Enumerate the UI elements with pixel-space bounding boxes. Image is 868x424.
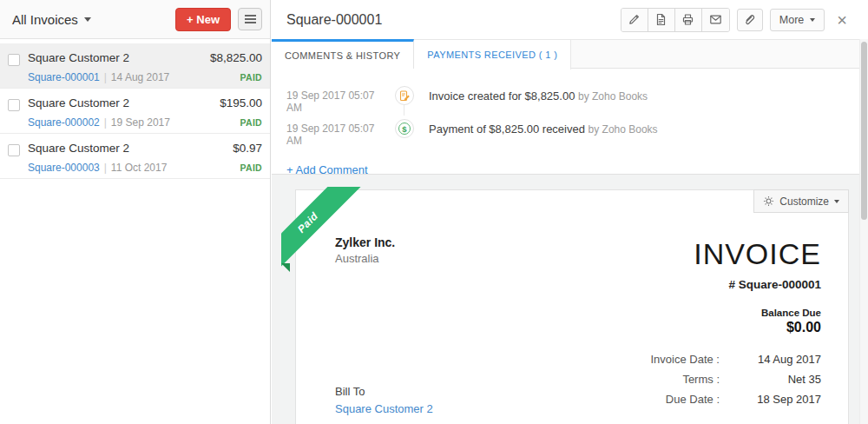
invoice-date-row: Invoice Date : 14 Aug 2017 [620, 353, 821, 366]
list-menu-button[interactable] [238, 8, 262, 30]
hamburger-icon [245, 15, 256, 17]
field-value: Net 35 [720, 373, 821, 386]
invoice-date: 14 Aug 2017 [111, 71, 169, 83]
status-badge: PAID [240, 117, 262, 128]
detail-header: Square-000001 More [272, 0, 859, 39]
history-entry-payment: 19 Sep 2017 05:07 AM $ Payment of $8,825… [286, 119, 845, 147]
field-label: Terms : [620, 373, 720, 386]
invoice-row-3[interactable]: Square Customer 2 $0.97 Square-000003|11… [0, 134, 270, 179]
field-label: Invoice Date : [620, 353, 720, 366]
status-badge: PAID [240, 72, 262, 83]
action-button-group [621, 8, 730, 32]
history-byline: by Zoho Books [578, 90, 648, 103]
invoice-list: Square Customer 2 $8,825.00 Square-00000… [0, 39, 270, 179]
history-timestamp: 19 Sep 2017 05:07 AM [286, 119, 389, 147]
separator: | [104, 162, 107, 174]
paperclip-icon [743, 13, 756, 26]
history-text: Payment of $8,825.00 received by Zoho Bo… [429, 119, 658, 136]
company-name: Zylker Inc. [335, 235, 395, 249]
balance-due-label: Balance Due [761, 308, 821, 318]
invoice-detail-panel: Square-000001 More [272, 0, 859, 424]
customer-name: Square Customer 2 [28, 142, 129, 155]
vertical-scrollbar[interactable] [859, 39, 868, 424]
invoice-filter-label: All Invoices [12, 12, 78, 27]
invoice-number-link[interactable]: Square-000002 [28, 116, 100, 129]
ribbon-fold [281, 263, 290, 272]
invoice-list-header: All Invoices + New [0, 0, 270, 39]
invoice-list-panel: All Invoices + New Square Customer 2 $8,… [0, 0, 271, 424]
row-checkbox[interactable] [8, 54, 20, 66]
chevron-down-icon [834, 200, 839, 203]
separator: | [104, 116, 107, 129]
invoice-doc-number: # Square-000001 [728, 278, 821, 291]
email-button[interactable] [702, 9, 729, 31]
invoice-number-link[interactable]: Square-000003 [28, 162, 100, 174]
print-button[interactable] [675, 9, 702, 31]
invoice-created-icon [395, 86, 414, 105]
close-icon[interactable]: × [832, 11, 852, 29]
invoice-preview-backdrop: Paid Customize Zylker Inc. Australia INV… [272, 174, 859, 424]
invoice-number-link[interactable]: Square-000001 [28, 71, 100, 83]
invoice-amount: $0.97 [233, 142, 262, 155]
printer-icon [681, 13, 694, 26]
invoice-meta-fields: Invoice Date : 14 Aug 2017 Terms : Net 3… [620, 353, 821, 413]
invoice-date: 19 Sep 2017 [111, 116, 170, 129]
detail-tab-bar: COMMENTS & HISTORY PAYMENTS RECEIVED ( 1… [272, 39, 859, 69]
payment-received-icon: $ [395, 119, 414, 138]
field-value: 14 Aug 2017 [720, 353, 821, 366]
timeline-connector [404, 105, 404, 116]
bill-to-customer-link[interactable]: Square Customer 2 [335, 402, 433, 415]
customize-button[interactable]: Customize [753, 189, 849, 213]
invoice-amount: $8,825.00 [210, 51, 262, 64]
more-button[interactable]: More [770, 9, 825, 31]
page-title: Square-000001 [286, 12, 382, 28]
invoice-row-1[interactable]: Square Customer 2 $8,825.00 Square-00000… [0, 43, 270, 89]
scrollbar-thumb[interactable] [861, 42, 867, 220]
comments-history-section: 19 Sep 2017 05:07 AM Invoice created for… [272, 69, 859, 174]
gear-icon [763, 195, 774, 207]
due-date-row: Due Date : 18 Sep 2017 [620, 393, 821, 406]
status-badge: PAID [240, 162, 262, 173]
field-value: 18 Sep 2017 [720, 393, 821, 406]
history-entry-created: 19 Sep 2017 05:07 AM Invoice created for… [286, 86, 845, 114]
attachment-button[interactable] [737, 9, 763, 31]
customer-name: Square Customer 2 [28, 51, 129, 64]
company-country: Australia [335, 252, 379, 265]
edit-button[interactable] [621, 9, 648, 31]
invoice-row-2[interactable]: Square Customer 2 $195.00 Square-000002|… [0, 89, 270, 134]
pdf-button[interactable] [648, 9, 675, 31]
detail-toolbar: More × [621, 8, 852, 32]
customer-name: Square Customer 2 [28, 96, 129, 109]
pencil-icon [628, 13, 641, 26]
bill-to-label: Bill To [335, 385, 365, 398]
row-checkbox[interactable] [8, 144, 20, 156]
history-text: Invoice created for $8,825.00 by Zoho Bo… [429, 86, 648, 103]
chevron-down-icon [810, 18, 815, 22]
dollar-icon: $ [398, 123, 411, 135]
invoice-document: Paid Customize Zylker Inc. Australia INV… [295, 189, 849, 424]
row-checkbox[interactable] [8, 99, 20, 111]
envelope-icon [709, 13, 722, 26]
new-invoice-button[interactable]: + New [175, 8, 231, 31]
balance-due-value: $0.00 [786, 320, 821, 335]
field-label: Due Date : [620, 393, 720, 406]
history-byline: by Zoho Books [589, 123, 658, 136]
document-icon [654, 13, 667, 26]
history-timestamp: 19 Sep 2017 05:07 AM [286, 86, 389, 114]
invoice-filter-dropdown[interactable]: All Invoices [12, 12, 168, 27]
terms-row: Terms : Net 35 [620, 373, 821, 386]
invoice-amount: $195.00 [220, 96, 262, 109]
invoice-doc-title: INVOICE [694, 237, 821, 271]
customize-label: Customize [779, 195, 829, 208]
separator: | [104, 71, 107, 83]
chevron-down-icon [84, 17, 91, 22]
tab-payments-received[interactable]: PAYMENTS RECEIVED ( 1 ) [414, 40, 571, 70]
tab-comments-history[interactable]: COMMENTS & HISTORY [272, 39, 414, 69]
invoice-date: 11 Oct 2017 [111, 162, 168, 174]
more-label: More [779, 14, 804, 26]
